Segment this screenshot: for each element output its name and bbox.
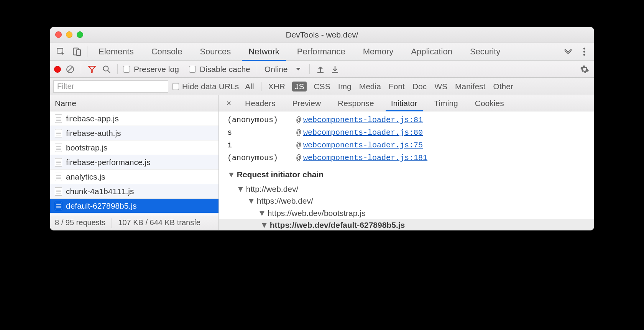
svg-line-8 — [68, 67, 73, 72]
file-icon — [55, 187, 62, 196]
network-split-view: Name firebase-app.js firebase-auth.js bo… — [50, 95, 594, 230]
svg-rect-11 — [317, 72, 324, 73]
tab-console[interactable]: Console — [143, 42, 191, 60]
disable-cache-checkbox[interactable] — [189, 66, 196, 73]
filter-xhr[interactable]: XHR — [268, 82, 286, 91]
tab-performance[interactable]: Performance — [288, 42, 354, 60]
file-icon — [55, 173, 62, 181]
svg-point-6 — [583, 54, 585, 56]
throttling-select[interactable]: Online — [261, 65, 304, 74]
status-transfer: 107 KB / 644 KB transfe — [118, 218, 200, 227]
column-header-name[interactable]: Name — [50, 95, 219, 111]
filter-css[interactable]: CSS — [313, 82, 331, 91]
file-icon — [55, 129, 62, 137]
file-icon — [55, 114, 62, 123]
filter-media[interactable]: Media — [358, 82, 382, 91]
tab-memory[interactable]: Memory — [354, 42, 402, 60]
inspect-element-icon[interactable] — [56, 46, 66, 57]
tab-application[interactable]: Application — [402, 42, 461, 60]
preserve-log-checkbox[interactable] — [123, 66, 130, 73]
request-row[interactable]: firebase-app.js — [50, 111, 219, 126]
request-detail-panel: × Headers Preview Response Initiator Tim… — [219, 95, 594, 230]
network-settings-icon[interactable] — [579, 64, 590, 75]
resource-type-filters: All XHR JS CSS Img Media Font Doc WS Man… — [244, 82, 514, 91]
tab-security[interactable]: Security — [461, 42, 509, 60]
initiator-body: (anonymous)@webcomponents-loader.js:81 s… — [219, 111, 594, 230]
download-har-icon[interactable] — [330, 64, 340, 75]
request-row[interactable]: analytics.js — [50, 170, 219, 184]
hide-data-urls-checkbox[interactable] — [172, 83, 179, 90]
tab-network[interactable]: Network — [240, 42, 288, 60]
detail-tab-initiator[interactable]: Initiator — [383, 95, 426, 111]
svg-point-4 — [583, 47, 585, 49]
stack-frame: (anonymous)@webcomponents-loader.js:181 — [227, 152, 585, 164]
tab-elements[interactable]: Elements — [90, 42, 143, 60]
filter-img[interactable]: Img — [337, 82, 352, 91]
chevron-down-icon — [296, 67, 301, 71]
chain-heading: ▼Request initiator chain — [227, 168, 585, 181]
filter-doc[interactable]: Doc — [412, 82, 427, 91]
file-icon — [55, 158, 62, 167]
request-row-selected[interactable]: default-627898b5.js — [50, 199, 219, 213]
traffic-lights — [55, 31, 83, 38]
chain-node[interactable]: ▼http://web.dev/ — [227, 183, 585, 195]
tab-sources[interactable]: Sources — [191, 42, 240, 60]
filter-font[interactable]: Font — [388, 82, 406, 91]
source-link[interactable]: webcomponents-loader.js:181 — [303, 152, 427, 164]
filter-input[interactable] — [53, 80, 168, 93]
detail-tab-preview[interactable]: Preview — [284, 95, 329, 111]
chain-node-current[interactable]: ▼https://web.dev/default-627898b5.js — [219, 219, 594, 230]
detail-tab-response[interactable]: Response — [329, 95, 383, 111]
disable-cache-label: Disable cache — [200, 65, 250, 74]
detail-tab-cookies[interactable]: Cookies — [467, 95, 513, 111]
svg-line-10 — [108, 70, 110, 73]
upload-har-icon[interactable] — [315, 64, 326, 75]
filter-icon[interactable] — [87, 64, 97, 75]
svg-point-5 — [583, 51, 585, 52]
hide-data-urls-label: Hide data URLs — [182, 82, 239, 91]
file-icon — [55, 202, 62, 210]
chain-node[interactable]: ▼https://web.dev/ — [227, 195, 585, 207]
svg-rect-2 — [77, 50, 80, 56]
source-link[interactable]: webcomponents-loader.js:80 — [303, 126, 423, 139]
initiator-chain-tree: ▼http://web.dev/ ▼https://web.dev/ ▼http… — [227, 183, 585, 230]
filter-manifest[interactable]: Manifest — [454, 82, 486, 91]
svg-point-9 — [104, 66, 108, 71]
panel-tab-list: Elements Console Sources Network Perform… — [90, 42, 559, 60]
detail-tab-timing[interactable]: Timing — [426, 95, 467, 111]
stack-frame: i@webcomponents-loader.js:75 — [227, 139, 585, 152]
filter-js[interactable]: JS — [292, 82, 307, 91]
more-options-button[interactable] — [578, 47, 591, 56]
status-bar: 8 / 95 requests 107 KB / 644 KB transfe — [50, 215, 219, 230]
request-row[interactable]: bootstrap.js — [50, 140, 219, 155]
request-row[interactable]: firebase-auth.js — [50, 126, 219, 140]
detail-tab-headers[interactable]: Headers — [237, 95, 284, 111]
stack-frame: (anonymous)@webcomponents-loader.js:81 — [227, 114, 585, 126]
network-toolbar: Preserve log Disable cache Online — [50, 61, 594, 78]
clear-button[interactable] — [65, 64, 76, 75]
device-toolbar-icon[interactable] — [72, 46, 82, 57]
request-row[interactable]: chunk-4a1b4111.js — [50, 184, 219, 199]
request-list-panel: Name firebase-app.js firebase-auth.js bo… — [50, 95, 219, 230]
close-detail-button[interactable]: × — [221, 98, 237, 108]
chain-node[interactable]: ▼https://web.dev/bootstrap.js — [227, 207, 585, 219]
filter-bar: Hide data URLs All XHR JS CSS Img Media … — [50, 78, 594, 95]
throttling-value: Online — [264, 65, 288, 74]
filter-other[interactable]: Other — [492, 82, 514, 91]
window-minimize-button[interactable] — [66, 31, 72, 38]
source-link[interactable]: webcomponents-loader.js:81 — [303, 114, 423, 126]
record-button[interactable] — [54, 66, 61, 73]
filter-ws[interactable]: WS — [434, 82, 448, 91]
request-list: firebase-app.js firebase-auth.js bootstr… — [50, 111, 219, 215]
panel-tabs: Elements Console Sources Network Perform… — [50, 42, 594, 61]
search-icon[interactable] — [101, 64, 112, 75]
source-link[interactable]: webcomponents-loader.js:75 — [303, 139, 423, 152]
window-zoom-button[interactable] — [77, 31, 83, 38]
window-close-button[interactable] — [55, 31, 62, 38]
stack-frame: s@webcomponents-loader.js:80 — [227, 126, 585, 139]
window-title: DevTools - web.dev/ — [50, 30, 594, 39]
detail-tabs: × Headers Preview Response Initiator Tim… — [219, 95, 594, 111]
request-row[interactable]: firebase-performance.js — [50, 155, 219, 170]
filter-all[interactable]: All — [244, 82, 255, 91]
panel-overflow-button[interactable] — [559, 49, 578, 54]
